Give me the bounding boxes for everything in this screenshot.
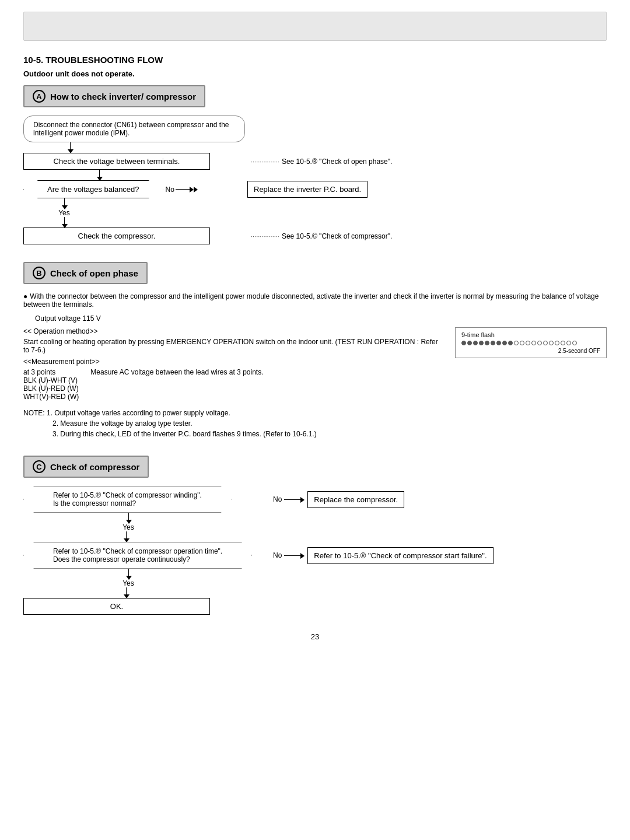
flash-dots: [461, 341, 600, 345]
no-label-c1: No: [273, 495, 282, 503]
section-c-title: Check of compressor: [50, 462, 139, 472]
step2-ref: See 10-5.® "Check of open phase".: [282, 158, 392, 166]
no-label-1: No: [166, 186, 174, 194]
section-a: A How to check inverter/ compressor Disc…: [23, 85, 607, 244]
note3: 3. During this check, LED of the inverte…: [52, 430, 607, 438]
step4-dots: ················: [251, 233, 279, 240]
no-label-c2: No: [273, 551, 282, 559]
measurement-points: at 3 points BLK (U)-WHT (V) BLK (U)-RED …: [23, 368, 79, 401]
compressor-start-failure-box: Refer to 10-5.® "Check of compressor sta…: [307, 547, 493, 564]
measure-ac: Measure AC voltage between the lead wire…: [90, 368, 263, 376]
step2-dots: ················: [251, 158, 279, 165]
step1-box: Disconnect the connector (CN61) between …: [23, 116, 245, 142]
top-bar: [23, 12, 607, 41]
output-voltage: Output voltage 115 V: [35, 314, 607, 323]
outdoor-note: Outdoor unit does not operate.: [23, 69, 607, 78]
step-c3-box: OK.: [23, 598, 210, 615]
section-b-title: Check of open phase: [50, 268, 138, 278]
yes-label-c1: Yes: [123, 523, 134, 531]
page-number: 23: [23, 632, 607, 641]
flash-off-label: 2.5-second OFF: [461, 348, 600, 354]
replace-inverter-box: Replace the inverter P.C. board.: [247, 181, 368, 198]
diamond-voltages: Are the voltages balanced?: [23, 180, 163, 198]
measurement-header: <<Measurement point>>: [23, 358, 443, 366]
flash-label: 9-time flash: [461, 331, 600, 338]
replace-compressor-box: Replace the compressor.: [307, 491, 404, 508]
step-c1-para: Refer to 10-5.® "Check of compressor win…: [23, 486, 232, 513]
section-c-letter: C: [33, 460, 46, 473]
section-c-header: C Check of compressor: [23, 456, 149, 478]
section-a-title: How to check inverter/ compressor: [50, 92, 196, 102]
note2: 2. Measure the voltage by analog type te…: [52, 419, 607, 428]
step4-ref: See 10-5.© "Check of compressor".: [282, 232, 392, 240]
section-b-desc: ●With the connector between the compress…: [23, 292, 607, 309]
section-a-letter: A: [33, 90, 46, 103]
flash-diagram: 9-time flash 2.5-second OFF: [455, 327, 607, 358]
section-b: B Check of open phase ●With the connecto…: [23, 262, 607, 438]
section-title: 10-5. TROUBLESHOOTING FLOW: [23, 55, 607, 65]
step2-box: Check the voltage between terminals.: [23, 153, 210, 170]
note1: NOTE: 1. Output voltage varies according…: [23, 409, 607, 417]
yes-label-c2: Yes: [123, 579, 134, 587]
section-b-letter: B: [33, 267, 46, 279]
operation-header: << Operation method>>: [23, 327, 443, 335]
yes-label-1: Yes: [23, 198, 105, 217]
section-b-header: B Check of open phase: [23, 262, 148, 284]
step4-box: Check the compressor.: [23, 228, 210, 244]
operation-text: Start cooling or heating operation by pr…: [23, 338, 443, 354]
step-c2-para: Refer to 10-5.® "Check of compressor ope…: [23, 542, 252, 569]
section-c: C Check of compressor Refer to 10-5.® "C…: [23, 456, 607, 615]
section-a-header: A How to check inverter/ compressor: [23, 85, 205, 107]
